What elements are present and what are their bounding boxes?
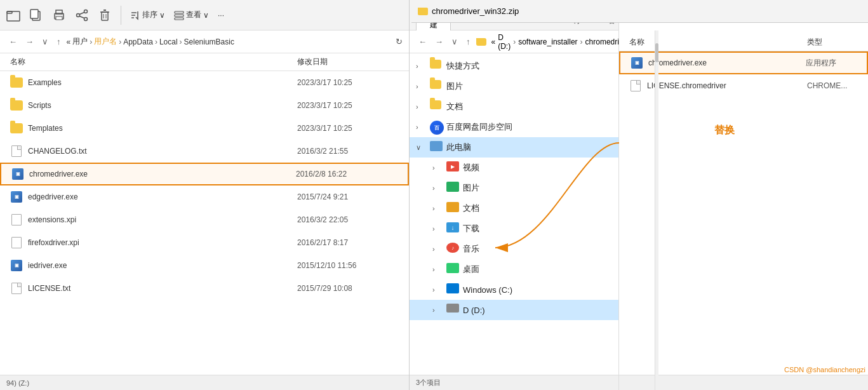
- delete-icon: [98, 8, 112, 22]
- nav-up-btn[interactable]: ↑: [464, 36, 473, 48]
- list-item[interactable]: LICENSE.txt 2015/7/29 10:08: [0, 277, 409, 300]
- nav-item-d-drive[interactable]: › D (D:): [410, 300, 618, 320]
- list-item[interactable]: Templates 2023/3/17 10:25: [0, 117, 409, 140]
- file-date: 2023/3/17 10:25: [297, 78, 399, 87]
- divider-1: [121, 6, 121, 25]
- expand-arrow-icon: ›: [416, 83, 426, 90]
- svg-point-8: [77, 13, 80, 17]
- svg-rect-12: [102, 12, 108, 20]
- nav-forward-btn[interactable]: →: [432, 36, 446, 48]
- nav-breadcrumb: ← → ∨ ↑ « D (D:) › software_installer › …: [410, 30, 618, 53]
- breadcrumb-users[interactable]: 用户: [72, 36, 88, 47]
- breadcrumb-seleniumbasic[interactable]: SeleniumBasic: [184, 37, 234, 46]
- expand-arrow-icon: ›: [416, 62, 426, 70]
- titlebar-zip-icon: [418, 8, 428, 15]
- nav-item-video[interactable]: › ▶ 视频: [410, 158, 618, 178]
- baidu-icon: 百: [430, 121, 443, 133]
- nav-item-label: Windows (C:): [463, 285, 512, 295]
- nav-scroll-thumb[interactable]: [655, 43, 658, 62]
- right-file-name: LICENSE.chromedriver: [647, 81, 807, 90]
- file-name: iedriver.exe: [28, 261, 297, 270]
- nav-breadcrumb-d[interactable]: D (D:): [498, 33, 511, 51]
- nav-dropdown-btn[interactable]: ∨: [449, 36, 460, 48]
- copy-btn[interactable]: [29, 8, 43, 22]
- print-icon: [52, 8, 66, 22]
- more-btn[interactable]: ···: [218, 11, 224, 20]
- nav-item-label: 快捷方式: [446, 60, 479, 72]
- forward-btn[interactable]: →: [23, 36, 36, 48]
- nav-item-docs[interactable]: › 文档: [410, 198, 618, 219]
- file-date: 2016/3/2 21:55: [297, 147, 399, 156]
- col-date-header: 修改日期: [297, 57, 399, 67]
- svg-rect-1: [7, 11, 12, 13]
- file-name: Templates: [28, 124, 297, 133]
- nav-scrollbar[interactable]: [655, 30, 658, 390]
- list-item[interactable]: CHANGELOG.txt 2016/3/2 21:55: [0, 140, 409, 163]
- file-name: chromedriver.exe: [29, 170, 296, 178]
- xpi-file-icon: [10, 213, 23, 226]
- nav-item-baidu[interactable]: › 百 百度网盘同步空间: [410, 117, 618, 137]
- svg-line-11: [80, 16, 84, 18]
- nav-item-documents[interactable]: › 文档: [410, 97, 618, 117]
- view-label: 查看: [186, 10, 201, 20]
- file-name: Examples: [28, 78, 297, 87]
- refresh-btn[interactable]: ↻: [396, 37, 403, 46]
- nav-item-label: 文档: [446, 101, 463, 112]
- right-file-type: CHROME...: [807, 81, 858, 90]
- nav-item-shortcuts[interactable]: › 快捷方式: [410, 56, 618, 76]
- left-status-text: 94) (Z:): [6, 379, 29, 387]
- breadcrumb-username[interactable]: 用户名: [94, 36, 117, 47]
- breadcrumb-appdata[interactable]: AppData: [123, 37, 153, 46]
- expand-arrow-icon: ›: [416, 103, 426, 111]
- chromedriver-exe-item[interactable]: ▣ chromedriver.exe 2016/2/8 16:22: [0, 163, 409, 185]
- list-item[interactable]: ▣ edgedriver.exe 2015/7/24 9:21: [0, 185, 409, 208]
- view-btn[interactable]: 查看 ∨: [174, 10, 209, 20]
- sort-btn[interactable]: 排序 ∨: [130, 10, 165, 20]
- nav-item-pictures[interactable]: › 图片: [410, 76, 618, 97]
- docs-folder-icon: [446, 202, 459, 215]
- nav-item-label: D (D:): [463, 306, 485, 315]
- share-btn[interactable]: [75, 8, 89, 22]
- desktop-folder-icon: [446, 263, 459, 276]
- col-name-header[interactable]: 名称: [10, 57, 297, 67]
- nav-breadcrumb-software[interactable]: software_installer: [518, 37, 577, 46]
- new-folder-btn[interactable]: [6, 8, 20, 22]
- list-item[interactable]: extensions.xpi 2016/3/2 22:05: [0, 208, 409, 231]
- file-name: LICENSE.txt: [28, 284, 297, 293]
- nav-item-music[interactable]: › ♪ 音乐: [410, 239, 618, 259]
- back-btn[interactable]: ←: [6, 36, 20, 48]
- txt-file-icon: [10, 145, 23, 158]
- right-file-panel: 名称 类型 ▣ chromedriver.exe 应用程序 LICENSE.ch…: [619, 0, 868, 390]
- svg-rect-3: [30, 10, 38, 18]
- dropdown-btn[interactable]: ∨: [39, 36, 51, 48]
- nav-item-computer[interactable]: ∨ 此电脑: [410, 137, 618, 158]
- share-icon: [75, 8, 89, 22]
- breadcrumb-local[interactable]: Local: [159, 37, 178, 46]
- shortcuts-folder-icon: [430, 60, 443, 72]
- xpi-file-icon: [10, 236, 23, 249]
- expand-arrow-icon: ›: [432, 286, 443, 293]
- list-item[interactable]: ▣ iedriver.exe 2015/12/10 11:56: [0, 254, 409, 277]
- list-item[interactable]: Scripts 2023/3/17 10:25: [0, 94, 409, 117]
- file-date: 2016/2/17 8:17: [297, 238, 399, 247]
- right-panel: ⊕ + 新建 ∨: [410, 0, 868, 390]
- nav-item-desktop[interactable]: › 桌面: [410, 259, 618, 279]
- print-btn[interactable]: [52, 8, 66, 22]
- list-item[interactable]: Examples 2023/3/17 10:25: [0, 71, 409, 94]
- nav-back-btn[interactable]: ←: [416, 36, 429, 48]
- breadcrumb-path: « 用户 › 用户名 › AppData › Local › SeleniumB…: [67, 36, 393, 47]
- video-folder-icon: ▶: [446, 161, 459, 174]
- pictures-folder-icon: [430, 80, 443, 93]
- list-item[interactable]: firefoxdriver.xpi 2016/2/17 8:17: [0, 231, 409, 254]
- nav-item-images[interactable]: › 图片: [410, 178, 618, 198]
- file-name: extensions.xpi: [28, 215, 297, 224]
- nav-item-downloads[interactable]: › ↓ 下载: [410, 219, 618, 239]
- file-date: 2023/3/17 10:25: [297, 101, 399, 110]
- up-btn[interactable]: ↑: [54, 36, 63, 48]
- file-name: CHANGELOG.txt: [28, 147, 297, 156]
- file-name: firefoxdriver.xpi: [28, 238, 297, 247]
- file-date: 2015/12/10 11:56: [297, 261, 399, 270]
- nav-item-windows-c[interactable]: › Windows (C:): [410, 279, 618, 300]
- nav-status-bar: 3个项目: [410, 375, 618, 390]
- delete-btn[interactable]: [98, 8, 112, 22]
